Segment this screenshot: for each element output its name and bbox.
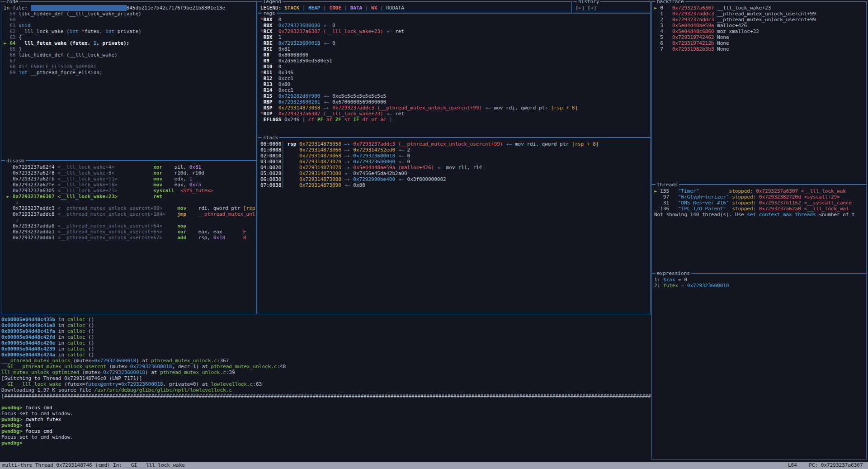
code-line: In file: 845db211e7b42c7176f9be21b8301e1… [4, 5, 255, 11]
stack-line: 04:0020│ 0x729314873078 —▸ 0x5e04d48ae59… [260, 165, 649, 171]
expressions-line: 1: $rax = 0 [654, 277, 865, 283]
regs-line: R13 0x80 [260, 81, 649, 87]
disasm-line: 0x7293237adda0 <__pthread_mutex_unlock_u… [4, 223, 255, 229]
disassembly-panel: disasm 0x7293237a62f4 <__lll_lock_wake+4… [1, 161, 257, 314]
threads-line: Not showing 140 thread(s). Use set conte… [654, 212, 865, 218]
disasm-line: 0x7293237addc8 <__pthread_mutex_unlock_u… [4, 211, 255, 217]
cmd-line: [Switching to Thread 0x7293148746c0 (LWP… [1, 375, 651, 381]
regs-line: RDX 1 [260, 34, 649, 40]
stack-panel-title: stack [262, 135, 279, 141]
backtrace-line: 5 0x729319742462 None [654, 34, 865, 40]
stack-line: 03:0018│ 0x729314873070 —▸ 0x72932360000… [260, 159, 649, 165]
cmd-line: [#######################################… [1, 393, 651, 399]
regs-line: R8 0x80008000 [260, 52, 649, 58]
regs-line: RSP 0x729314873058 —▸ 0x7293237addc3 (__… [260, 105, 649, 111]
threads-line: ► 135 "Timer" stopped: 0x7293237a6307 <_… [654, 188, 865, 194]
history-forward-button[interactable]: [→] [588, 5, 597, 11]
cmd-line: 0x00005e04d48c41e8 in calloc () [1, 322, 651, 328]
backtrace-line: 1 0x7293237addc3 __pthread_mutex_unlock_… [654, 11, 865, 17]
threads-panel: threads ► 135 "Timer" stopped: 0x7293237… [651, 185, 867, 273]
regs-line: R10 0 [260, 64, 649, 70]
cmd-line: lll_mutex_unlock_optimized (mutex=0x7293… [1, 370, 651, 375]
expressions-panel-title: expressions [656, 270, 691, 276]
cmd-line: 0x00005e04d48c424a in calloc () [1, 352, 651, 358]
regs-line: R15 0x729282d8f900 ◂— 0xe5e5e5e5e5e5e5e5 [260, 93, 649, 99]
disasm-line: ↓ [4, 217, 255, 223]
threads-line: 31 "DNS Res~ver #16" stopped: 0x7293237b… [654, 200, 865, 206]
history-back-button[interactable]: [←] [576, 5, 585, 11]
stack-line: 00:0000│ rsp 0x729314873058 —▸ 0x7293237… [260, 141, 649, 147]
cmd-line: ___pthread_mutex_unlock (mutex=0x7293236… [1, 358, 651, 364]
expressions-line: 2: futex = 0x729323600018 [654, 283, 865, 289]
status-bar-left-text: multi-thre Thread 0x7293148746 (cmd) In:… [2, 462, 185, 469]
history-buttons: [←] [→] [576, 5, 649, 12]
code-line: 65 } [4, 46, 255, 52]
history-panel: history [←] [→] [573, 1, 651, 13]
backtrace-line: 4 0x5e04d48c6860 moz_xmalloc+32 [654, 28, 865, 34]
code-line: 68 #if ENABLE_ELISION_SUPPORT [4, 64, 255, 70]
status-bar-right-text: L64 PC: 0x7293237a6307 [788, 462, 863, 469]
registers-panel: regs *RAX 0 RBX 0x729323600000 ◂— 0*RCX … [258, 13, 651, 137]
regs-line: *RAX 0 [260, 17, 649, 23]
status-bar: multi-thre Thread 0x7293148746 (cmd) In:… [0, 462, 868, 469]
cmd-line: Downloading 1.97 K source file /usr/src/… [1, 387, 651, 393]
cmd-line: pwndbg> si [1, 422, 651, 428]
source-code-panel: code In file: 845db211e7b42c7176f9be21b8… [1, 1, 257, 161]
backtrace-panel-title: backtrace [656, 0, 685, 5]
stack-line: 02:0010│ 0x729314873068 —▸ 0x72932360001… [260, 153, 649, 159]
threads-panel-title: threads [656, 182, 679, 188]
code-line: ► 64 lll_futex_wake (futex, 1, private); [4, 40, 255, 46]
code-line: 63 { [4, 34, 255, 40]
history-panel-title: history [577, 0, 600, 5]
backtrace-lines: ► 0 0x7293237a6307 __lll_lock_wake+23 1 … [654, 5, 865, 183]
regs-line: RDI 0x729323600018 ◂— 0 [260, 40, 649, 46]
disasm-line: 0x7293237addc3 <__pthread_mutex_unlock_u… [4, 205, 255, 211]
cmd-line [1, 399, 651, 405]
disasm-line: 0x7293237a62fb <__lll_lock_wake+11> mov … [4, 176, 255, 182]
backtrace-line: 3 0x5e04d48ae59a malloc+426 [654, 23, 865, 28]
disasm-line: 0x7293237a62fe <__lll_lock_wake+16> mov … [4, 182, 255, 188]
regs-line: *RIP 0x7293237a6307 (__lll_lock_wake+23)… [260, 111, 649, 117]
disasm-line: 0x7293237a6305 <__lll_lock_wake+21> sysc… [4, 188, 255, 194]
code-line: 61 void [4, 23, 255, 28]
source-code-panel-title: code [5, 0, 20, 5]
cmd-line: pwndbg> cwatch futex [1, 417, 651, 422]
cmd-line: Focus set to cmd window. [1, 411, 651, 417]
expressions-panel: expressions 1: $rax = 02: futex = 0x7293… [651, 273, 867, 460]
disasm-line: 0x7293237adda3 <__pthread_mutex_unlock_u… [4, 235, 255, 241]
cmd-line: 0x00005e04d48c42fd in calloc () [1, 334, 651, 340]
source-code-lines: In file: 845db211e7b42c7176f9be21b8301e1… [4, 5, 255, 159]
disasm-line: 0x7293237adda1 <__pthread_mutex_unlock_u… [4, 229, 255, 235]
code-line: 59 libc_hidden_def (__lll_lock_wake_priv… [4, 11, 255, 17]
cmd-line: __GI___pthread_mutex_unlock_usercnt (mut… [1, 364, 651, 370]
backtrace-line: 6 0x72931974212b None [654, 40, 865, 46]
legend-panel-title: legend [262, 0, 283, 5]
history-button-gap [585, 5, 588, 11]
cmd-line: 0x00005e04d48c41fa in calloc () [1, 328, 651, 334]
regs-line: RBX 0x729323600000 ◂— 0 [260, 23, 649, 28]
command-output-area[interactable]: 0x00005e04d48c435b in calloc ()0x00005e0… [1, 317, 651, 460]
threads-lines: ► 135 "Timer" stopped: 0x7293237a6307 <_… [654, 188, 865, 272]
regs-line: EFLAGS 0x246 [ cf PF af ZF sf IF df of a… [260, 117, 649, 123]
regs-line: *RCX 0x7293237a6307 (__lll_lock_wake+23)… [260, 28, 649, 34]
disasm-line: ► 0x7293237a6307 <__lll_lock_wake+23> re… [4, 194, 255, 199]
regs-line: RBP 0x729323600201 ◂— 0x6700000569000000 [260, 99, 649, 105]
stack-lines: 00:0000│ rsp 0x729314873058 —▸ 0x7293237… [260, 141, 649, 313]
code-line: 67 [4, 58, 255, 64]
stack-line: 05:0028│ 0x729314873080 ◂— 0x7456e45da42… [260, 171, 649, 176]
registers-panel-title: regs [262, 10, 277, 16]
expressions-lines: 1: $rax = 02: futex = 0x729323600018 [654, 277, 865, 458]
regs-line: R14 0xcc1 [260, 87, 649, 93]
legend-line: LEGEND: STACK | HEAP | CODE | DATA | WX … [260, 5, 570, 11]
disassembly-panel-title: disasm [5, 158, 26, 164]
stack-line: 01:0008│ 0x729314873060 —▸ 0x729314752ed… [260, 147, 649, 153]
regs-line: RSI 0x81 [260, 46, 649, 52]
threads-line: 136 "IPC I/O Parent" stopped: 0x7293237a… [654, 206, 865, 212]
cmd-line: 0x00005e04d48c435b in calloc () [1, 317, 651, 322]
backtrace-line: ► 0 0x7293237a6307 __lll_lock_wake+23 [654, 5, 865, 11]
registers-lines: *RAX 0 RBX 0x729323600000 ◂— 0*RCX 0x729… [260, 17, 649, 136]
regs-line: R9 0x2d561850ed580e51 [260, 58, 649, 64]
disasm-line: ↓ [4, 199, 255, 205]
cmd-line: pwndbg> focus cmd [1, 428, 651, 434]
regs-line: R12 0xcc1 [260, 76, 649, 81]
